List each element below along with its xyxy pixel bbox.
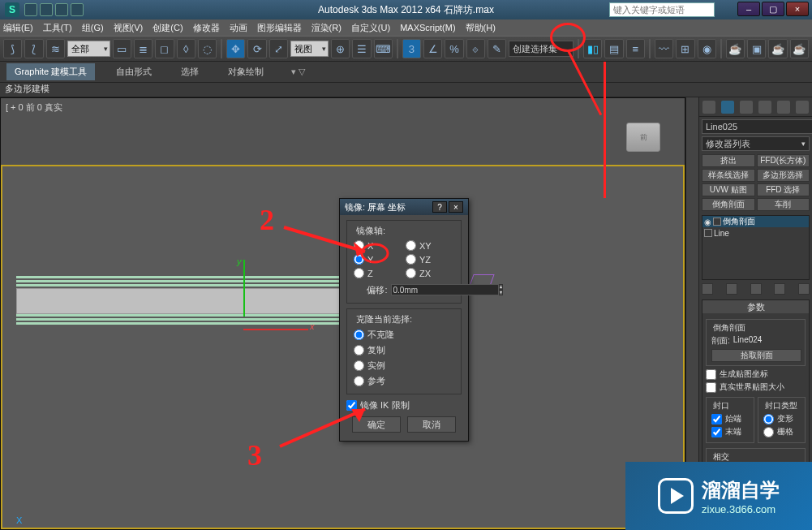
render-prod-icon[interactable]: ☕: [768, 39, 787, 58]
ribbon-expand-icon[interactable]: ▾ ▽: [291, 67, 305, 77]
spinner-up-icon[interactable]: ▴: [499, 284, 503, 290]
qat-redo-icon[interactable]: [71, 3, 84, 16]
maximize-button[interactable]: ▢: [762, 2, 784, 16]
mod-btn-ffd-sel[interactable]: FFD 选择: [757, 183, 810, 196]
dialog-close-button[interactable]: ×: [449, 201, 463, 213]
clone-instance-radio[interactable]: [354, 360, 364, 371]
bind-space-warp-icon[interactable]: ≋: [46, 39, 65, 58]
modifier-stack[interactable]: ◉ 倒角剖面 Line: [702, 215, 810, 280]
axis-x-radio[interactable]: [354, 240, 364, 251]
view-cube[interactable]: 前: [626, 123, 660, 152]
expand-icon[interactable]: [713, 218, 721, 226]
modify-tab-icon[interactable]: [721, 101, 734, 114]
ref-coord-dropdown[interactable]: 视图: [290, 41, 329, 57]
cancel-button[interactable]: 取消: [407, 416, 456, 433]
axis-z-radio[interactable]: [354, 268, 364, 278]
hierarchy-tab-icon[interactable]: [740, 101, 753, 114]
minimize-button[interactable]: –: [737, 2, 760, 16]
pin-stack-icon[interactable]: [702, 283, 713, 295]
link-icon[interactable]: ⟆: [3, 39, 22, 58]
make-unique-icon[interactable]: [750, 283, 762, 295]
cap-grid-radio[interactable]: [763, 427, 774, 437]
select-paint-icon[interactable]: ◌: [198, 39, 217, 58]
menu-animation[interactable]: 动画: [230, 22, 247, 34]
unlink-icon[interactable]: ⟅: [24, 39, 43, 58]
qat-save-icon[interactable]: [40, 3, 53, 16]
move-icon[interactable]: ✥: [226, 39, 245, 58]
select-rect-icon[interactable]: ◻: [155, 39, 174, 58]
menu-help[interactable]: 帮助(H): [466, 22, 496, 34]
axis-y-radio[interactable]: [354, 254, 364, 265]
motion-tab-icon[interactable]: [758, 101, 771, 114]
mirror-icon[interactable]: ▮▯: [583, 39, 602, 58]
menu-rendering[interactable]: 渲染(R): [311, 22, 342, 34]
gizmo-x-axis[interactable]: [243, 329, 308, 330]
mod-btn-lathe[interactable]: 车削: [757, 198, 810, 211]
axis-xy-radio[interactable]: [406, 240, 416, 251]
rendered-frame-icon[interactable]: ▣: [747, 39, 766, 58]
cap-end-checkbox[interactable]: [711, 427, 722, 437]
render-iter-icon[interactable]: ☕: [790, 39, 809, 58]
snap-toggle-icon[interactable]: 3: [402, 39, 421, 58]
app-icon[interactable]: S: [5, 2, 19, 17]
mod-btn-ffd-box[interactable]: FFD(长方体): [757, 154, 810, 167]
tab-freeform[interactable]: 自由形式: [108, 63, 160, 80]
stack-item-line[interactable]: Line: [702, 227, 809, 239]
schematic-view-icon[interactable]: ⊞: [676, 39, 694, 58]
rotate-icon[interactable]: ⟳: [247, 39, 266, 58]
menu-customize[interactable]: 自定义(U): [351, 22, 390, 34]
gen-uv-checkbox[interactable]: [706, 369, 716, 380]
dialog-help-button[interactable]: ?: [432, 201, 447, 213]
create-tab-icon[interactable]: [702, 101, 715, 114]
stack-item-bevel-profile[interactable]: ◉ 倒角剖面: [702, 216, 809, 227]
keyboard-shortcut-icon[interactable]: ⌨: [374, 39, 393, 58]
ok-button[interactable]: 确定: [352, 416, 401, 433]
mod-btn-bevel-profile[interactable]: 倒角剖面: [702, 198, 755, 211]
rollout-header[interactable]: 参数: [702, 300, 809, 313]
menu-group[interactable]: 组(G): [82, 22, 104, 34]
tab-graphite[interactable]: Graphite 建模工具: [6, 63, 95, 80]
tab-object-paint[interactable]: 对象绘制: [220, 63, 272, 80]
menu-views[interactable]: 视图(V): [114, 22, 144, 34]
named-selset-input[interactable]: [509, 41, 574, 57]
use-pivot-icon[interactable]: ⊕: [331, 39, 350, 58]
angle-snap-icon[interactable]: ∠: [423, 39, 442, 58]
menu-modifiers[interactable]: 修改器: [193, 22, 220, 34]
qat-open-icon[interactable]: [24, 3, 37, 16]
show-end-icon[interactable]: [726, 283, 737, 295]
manip-icon[interactable]: ☰: [352, 39, 371, 58]
spinner-snap-icon[interactable]: ⟐: [466, 39, 485, 58]
utilities-tab-icon[interactable]: [796, 101, 809, 114]
mirror-ik-checkbox[interactable]: [346, 400, 357, 411]
material-editor-icon[interactable]: ◉: [698, 39, 716, 58]
mod-btn-uvw-map[interactable]: UVW 贴图: [702, 183, 755, 196]
gizmo-y-axis[interactable]: [243, 260, 245, 317]
expand-icon[interactable]: [704, 229, 712, 237]
cap-morph-radio[interactable]: [763, 414, 774, 424]
menu-tools[interactable]: 工具(T): [43, 22, 72, 34]
clone-none-radio[interactable]: [354, 330, 364, 340]
close-button[interactable]: ×: [786, 2, 809, 16]
offset-spinner[interactable]: [391, 284, 499, 295]
modifier-list-dropdown[interactable]: 修改器列表: [702, 136, 810, 151]
axis-zx-radio[interactable]: [406, 268, 416, 278]
cap-start-checkbox[interactable]: [711, 414, 722, 424]
select-by-name-icon[interactable]: ≣: [134, 39, 153, 58]
scale-icon[interactable]: ⤢: [269, 39, 288, 58]
menu-maxscript[interactable]: MAXScript(M): [400, 23, 455, 32]
percent-snap-icon[interactable]: %: [445, 39, 463, 58]
mod-btn-extrude[interactable]: 挤出: [702, 154, 755, 167]
clone-reference-radio[interactable]: [354, 376, 364, 386]
layers-icon[interactable]: ≡: [626, 39, 645, 58]
select-lasso-icon[interactable]: ◊: [177, 39, 195, 58]
selection-filter-dropdown[interactable]: 全部: [67, 41, 110, 57]
qat-undo-icon[interactable]: [55, 3, 68, 16]
mod-btn-spline-sel[interactable]: 样条线选择: [702, 169, 755, 182]
menu-create[interactable]: 创建(C): [153, 22, 183, 34]
remove-mod-icon[interactable]: [774, 283, 785, 295]
real-world-checkbox[interactable]: [706, 382, 716, 393]
axis-yz-radio[interactable]: [406, 254, 416, 265]
viewport-label[interactable]: [ + 0 前 0 真实: [6, 101, 62, 114]
select-object-icon[interactable]: ▭: [113, 39, 131, 58]
help-search-input[interactable]: [609, 2, 715, 17]
